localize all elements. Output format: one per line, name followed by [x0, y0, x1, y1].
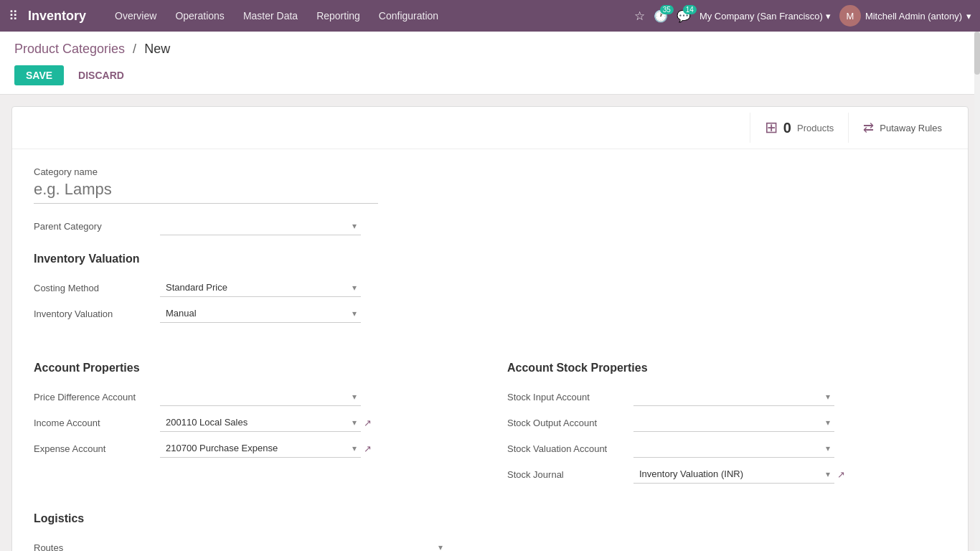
form-card: ⊞ 0 Products ⇄ Putaway Rules Category na…: [11, 106, 969, 551]
products-stat-button[interactable]: ⊞ 0 Products: [750, 113, 848, 143]
expense-account-label: Expense Account: [34, 443, 149, 454]
income-account-field: Income Account 200110 Local Sales ↗: [34, 413, 473, 432]
routes-select[interactable]: [160, 538, 447, 551]
company-chevron-icon: ▾: [826, 11, 831, 22]
income-account-label: Income Account: [34, 418, 149, 428]
expense-account-with-link: 210700 Purchase Expense ↗: [160, 439, 372, 458]
user-chevron-icon: ▾: [966, 11, 971, 22]
star-icon[interactable]: ☆: [634, 9, 645, 24]
price-difference-select-wrapper: [160, 387, 361, 406]
stock-valuation-select-wrapper: [633, 439, 834, 458]
products-label: Products: [797, 123, 834, 133]
breadcrumb: Product Categories / New: [14, 42, 966, 57]
nav-configuration[interactable]: Configuration: [370, 6, 447, 26]
user-menu[interactable]: M Mitchell Admin (antony) ▾: [839, 5, 971, 27]
stock-input-select-wrapper: [633, 387, 834, 406]
stock-input-label: Stock Input Account: [507, 392, 622, 402]
topbar-right: ☆ 🕐 35 💬 14 My Company (San Francisco) ▾…: [634, 5, 971, 27]
stock-input-field: Stock Input Account: [507, 387, 946, 406]
breadcrumb-parent[interactable]: Product Categories: [14, 42, 125, 56]
parent-category-label: Parent Category: [34, 221, 149, 232]
clock-badge: 35: [660, 5, 674, 14]
costing-method-field: Costing Method Standard Price Average Co…: [34, 278, 946, 297]
save-button[interactable]: SAVE: [14, 65, 64, 85]
expense-account-field: Expense Account 210700 Purchase Expense …: [34, 439, 473, 458]
costing-method-select-wrapper: Standard Price Average Cost (AVCO) First…: [160, 278, 361, 297]
putaway-rules-button[interactable]: ⇄ Putaway Rules: [848, 113, 956, 143]
inventory-valuation-label: Inventory Valuation: [34, 309, 149, 319]
putaway-label: Putaway Rules: [880, 123, 942, 133]
chat-badge: 14: [683, 5, 697, 14]
stock-output-label: Stock Output Account: [507, 418, 622, 428]
account-properties-section: Account Properties Price Difference Acco…: [34, 344, 473, 491]
company-name: My Company (San Francisco): [699, 11, 823, 22]
stock-journal-select[interactable]: Inventory Valuation (INR): [633, 465, 834, 484]
page-header: Product Categories / New SAVE DISCARD: [0, 32, 980, 95]
routes-field: Routes: [34, 538, 946, 551]
products-grid-icon: ⊞: [765, 118, 778, 137]
category-name-label: Category name: [34, 166, 946, 177]
company-selector[interactable]: My Company (San Francisco) ▾: [699, 11, 831, 22]
stock-journal-field: Stock Journal Inventory Valuation (INR) …: [507, 465, 946, 484]
chat-icon[interactable]: 💬 14: [677, 9, 691, 23]
main-content: ⊞ 0 Products ⇄ Putaway Rules Category na…: [0, 95, 980, 551]
parent-category-select-wrapper: [160, 217, 361, 235]
top-navigation: ⠿ Inventory Overview Operations Master D…: [0, 0, 980, 32]
inventory-valuation-field: Inventory Valuation Manual Automated: [34, 304, 946, 323]
inventory-valuation-title: Inventory Valuation: [34, 253, 946, 265]
clock-icon[interactable]: 🕐 35: [654, 9, 668, 23]
parent-category-field: Parent Category: [34, 217, 946, 235]
routes-select-wrapper: [160, 538, 447, 551]
form-body: Category name Parent Category Inventory …: [12, 149, 968, 551]
account-stock-properties-title: Account Stock Properties: [507, 362, 946, 375]
account-properties-title: Account Properties: [34, 362, 473, 375]
stock-journal-select-wrapper: Inventory Valuation (INR): [633, 465, 834, 484]
inventory-valuation-select[interactable]: Manual Automated: [160, 304, 361, 323]
category-name-field: Category name: [34, 166, 946, 204]
stock-journal-with-link: Inventory Valuation (INR) ↗: [633, 465, 845, 484]
income-account-with-link: 200110 Local Sales ↗: [160, 413, 372, 432]
nav-reporting[interactable]: Reporting: [308, 6, 369, 26]
stock-valuation-field: Stock Valuation Account: [507, 439, 946, 458]
scrollbar-track: [974, 32, 980, 551]
routes-label: Routes: [34, 542, 149, 552]
parent-category-select[interactable]: [160, 217, 361, 235]
stock-journal-label: Stock Journal: [507, 469, 622, 480]
expense-account-select-wrapper: 210700 Purchase Expense: [160, 439, 361, 458]
price-difference-select[interactable]: [160, 387, 361, 406]
discard-button[interactable]: DISCARD: [70, 65, 133, 85]
stock-output-select-wrapper: [633, 413, 834, 432]
expense-account-external-link-icon[interactable]: ↗: [364, 443, 372, 454]
app-name: Inventory: [28, 9, 86, 24]
logistics-section: Logistics Routes Force Removal Strategy: [34, 512, 946, 551]
putaway-icon: ⇄: [863, 120, 874, 136]
account-stock-properties-section: Account Stock Properties Stock Input Acc…: [507, 344, 946, 491]
nav-overview[interactable]: Overview: [106, 6, 165, 26]
price-difference-field: Price Difference Account: [34, 387, 473, 406]
costing-method-select[interactable]: Standard Price Average Cost (AVCO) First…: [160, 278, 361, 297]
nav-operations[interactable]: Operations: [166, 6, 232, 26]
stock-journal-external-link-icon[interactable]: ↗: [837, 469, 845, 480]
stock-output-field: Stock Output Account: [507, 413, 946, 432]
stock-input-select[interactable]: [633, 387, 834, 406]
inventory-valuation-select-wrapper: Manual Automated: [160, 304, 361, 323]
price-difference-label: Price Difference Account: [34, 392, 149, 402]
income-account-external-link-icon[interactable]: ↗: [364, 418, 372, 428]
stock-output-select[interactable]: [633, 413, 834, 432]
stock-valuation-label: Stock Valuation Account: [507, 443, 622, 454]
breadcrumb-current: New: [144, 42, 170, 56]
costing-method-label: Costing Method: [34, 283, 149, 293]
stock-valuation-select[interactable]: [633, 439, 834, 458]
account-sections: Account Properties Price Difference Acco…: [34, 344, 946, 491]
scrollbar-thumb[interactable]: [974, 32, 980, 75]
user-name: Mitchell Admin (antony): [865, 11, 962, 22]
income-account-select-wrapper: 200110 Local Sales: [160, 413, 361, 432]
grid-menu-icon[interactable]: ⠿: [9, 8, 18, 24]
nav-master-data[interactable]: Master Data: [235, 6, 306, 26]
logistics-title: Logistics: [34, 512, 946, 525]
breadcrumb-separator: /: [133, 42, 136, 56]
category-name-input[interactable]: [34, 180, 378, 204]
income-account-select[interactable]: 200110 Local Sales: [160, 413, 361, 432]
expense-account-select[interactable]: 210700 Purchase Expense: [160, 439, 361, 458]
avatar: M: [839, 5, 861, 27]
